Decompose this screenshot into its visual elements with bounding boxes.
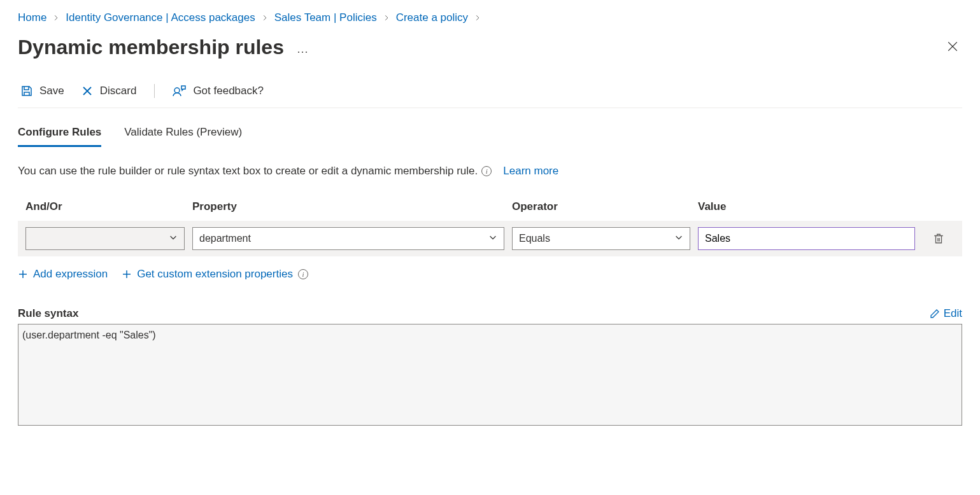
operator-select[interactable]: Equals xyxy=(512,227,690,250)
svg-point-0 xyxy=(174,88,180,93)
breadcrumb: Home Identity Governance | Access packag… xyxy=(18,11,962,24)
chevron-down-icon xyxy=(169,233,178,244)
save-label: Save xyxy=(39,85,64,97)
get-custom-label: Get custom extension properties xyxy=(137,268,293,281)
description-text: You can use the rule builder or rule syn… xyxy=(18,165,478,178)
rule-syntax-content: (user.department -eq "Sales") xyxy=(22,330,156,340)
get-custom-properties-button[interactable]: Get custom extension properties i xyxy=(122,268,308,281)
learn-more-link[interactable]: Learn more xyxy=(503,165,558,178)
feedback-label: Got feedback? xyxy=(193,85,264,97)
description-row: You can use the rule builder or rule syn… xyxy=(18,165,962,178)
value-input-wrapper[interactable] xyxy=(698,227,915,250)
close-button[interactable] xyxy=(943,37,962,58)
feedback-button[interactable]: Got feedback? xyxy=(170,83,266,99)
breadcrumb-identity-governance[interactable]: Identity Governance | Access packages xyxy=(66,11,255,24)
save-button[interactable]: Save xyxy=(18,83,67,99)
chevron-down-icon xyxy=(674,233,683,244)
command-bar: Save Discard Got feedback? xyxy=(18,83,962,108)
info-icon[interactable]: i xyxy=(481,166,492,176)
chevron-right-icon xyxy=(53,15,59,21)
discard-button[interactable]: Discard xyxy=(78,83,139,99)
breadcrumb-sales-team-policies[interactable]: Sales Team | Policies xyxy=(274,11,377,24)
operator-value: Equals xyxy=(519,233,550,244)
discard-label: Discard xyxy=(100,85,137,97)
delete-row-button[interactable] xyxy=(923,233,955,244)
add-expression-label: Add expression xyxy=(33,268,108,281)
tab-validate-rules[interactable]: Validate Rules (Preview) xyxy=(124,126,242,147)
tab-configure-rules[interactable]: Configure Rules xyxy=(18,126,101,147)
add-expression-button[interactable]: Add expression xyxy=(18,268,108,281)
col-header-andor: And/Or xyxy=(25,200,185,213)
chevron-right-icon xyxy=(383,15,390,21)
breadcrumb-home[interactable]: Home xyxy=(18,11,46,24)
chevron-down-icon xyxy=(488,233,497,244)
col-header-value: Value xyxy=(698,200,915,213)
rule-syntax-box: (user.department -eq "Sales") xyxy=(18,324,962,426)
chevron-right-icon xyxy=(474,15,481,21)
rule-actions: Add expression Get custom extension prop… xyxy=(18,268,962,281)
divider xyxy=(154,84,155,98)
tabs: Configure Rules Validate Rules (Preview) xyxy=(18,126,962,147)
col-header-property: Property xyxy=(192,200,504,213)
breadcrumb-create-policy[interactable]: Create a policy xyxy=(396,11,468,24)
edit-label: Edit xyxy=(944,307,962,320)
page-title: Dynamic membership rules xyxy=(18,36,284,59)
value-input[interactable] xyxy=(705,233,908,244)
rule-syntax-section: Rule syntax Edit (user.department -eq "S… xyxy=(18,307,962,426)
more-actions-button[interactable]: ⋯ xyxy=(297,45,309,59)
edit-syntax-button[interactable]: Edit xyxy=(930,307,962,320)
chevron-right-icon xyxy=(262,15,268,21)
rule-row: department Equals xyxy=(18,221,962,256)
property-select[interactable]: department xyxy=(192,227,504,250)
rule-syntax-label: Rule syntax xyxy=(18,307,78,320)
andor-select[interactable] xyxy=(25,227,185,250)
title-row: Dynamic membership rules ⋯ xyxy=(18,36,962,59)
rule-builder: And/Or Property Operator Value departmen… xyxy=(18,200,962,256)
property-value: department xyxy=(199,233,251,244)
info-icon[interactable]: i xyxy=(298,269,308,279)
rule-header-row: And/Or Property Operator Value xyxy=(18,200,962,221)
col-header-operator: Operator xyxy=(512,200,690,213)
